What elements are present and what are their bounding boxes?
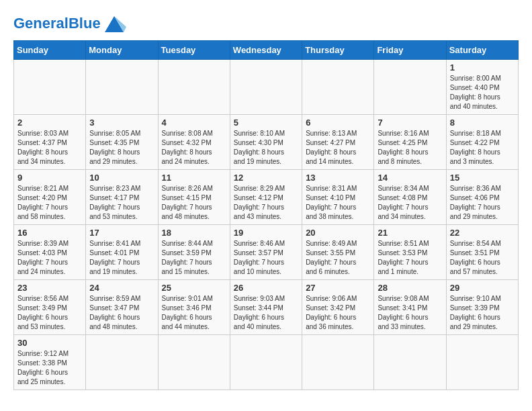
day-number: 20	[306, 228, 370, 238]
day-info: Sunrise: 8:13 AM Sunset: 4:27 PM Dayligh…	[306, 129, 370, 167]
day-info: Sunrise: 9:08 AM Sunset: 3:41 PM Dayligh…	[378, 294, 442, 332]
day-info: Sunrise: 8:26 AM Sunset: 4:15 PM Dayligh…	[162, 184, 226, 222]
logo-text: GeneralBlue	[13, 15, 101, 32]
day-info: Sunrise: 8:44 AM Sunset: 3:59 PM Dayligh…	[162, 239, 226, 277]
day-number: 5	[234, 118, 298, 128]
day-number: 15	[450, 173, 515, 183]
calendar-cell: 12Sunrise: 8:29 AM Sunset: 4:12 PM Dayli…	[230, 170, 302, 225]
day-info: Sunrise: 8:46 AM Sunset: 3:57 PM Dayligh…	[234, 239, 298, 277]
day-info: Sunrise: 8:10 AM Sunset: 4:30 PM Dayligh…	[234, 129, 298, 167]
calendar-cell: 19Sunrise: 8:46 AM Sunset: 3:57 PM Dayli…	[230, 225, 302, 280]
day-number: 6	[306, 118, 370, 128]
day-info: Sunrise: 8:23 AM Sunset: 4:17 PM Dayligh…	[89, 184, 154, 222]
day-number: 24	[89, 283, 154, 293]
day-number: 23	[17, 283, 82, 293]
calendar-cell: 7Sunrise: 8:16 AM Sunset: 4:25 PM Daylig…	[374, 115, 446, 170]
day-info: Sunrise: 8:34 AM Sunset: 4:08 PM Dayligh…	[378, 184, 442, 222]
day-info: Sunrise: 8:54 AM Sunset: 3:51 PM Dayligh…	[450, 239, 515, 277]
day-info: Sunrise: 8:29 AM Sunset: 4:12 PM Dayligh…	[234, 184, 298, 222]
logo: GeneralBlue	[13, 13, 126, 34]
calendar-cell	[230, 60, 302, 115]
day-info: Sunrise: 9:10 AM Sunset: 3:39 PM Dayligh…	[450, 294, 515, 332]
day-number: 7	[378, 118, 442, 128]
week-row-5: 30Sunrise: 9:12 AM Sunset: 3:38 PM Dayli…	[14, 335, 519, 390]
calendar-cell: 13Sunrise: 8:31 AM Sunset: 4:10 PM Dayli…	[302, 170, 374, 225]
calendar-cell: 17Sunrise: 8:41 AM Sunset: 4:01 PM Dayli…	[86, 225, 158, 280]
calendar-cell: 18Sunrise: 8:44 AM Sunset: 3:59 PM Dayli…	[158, 225, 230, 280]
day-info: Sunrise: 8:00 AM Sunset: 4:40 PM Dayligh…	[450, 74, 515, 111]
calendar-cell: 15Sunrise: 8:36 AM Sunset: 4:06 PM Dayli…	[446, 170, 518, 225]
calendar-cell	[446, 335, 518, 390]
calendar-cell	[302, 60, 374, 115]
day-number: 3	[89, 118, 154, 128]
week-row-2: 9Sunrise: 8:21 AM Sunset: 4:20 PM Daylig…	[14, 170, 519, 225]
day-info: Sunrise: 8:39 AM Sunset: 4:03 PM Dayligh…	[17, 239, 82, 277]
day-number: 21	[378, 228, 442, 238]
weekday-header-monday: Monday	[86, 41, 158, 60]
day-number: 4	[162, 118, 226, 128]
day-number: 19	[234, 228, 298, 238]
calendar-cell: 11Sunrise: 8:26 AM Sunset: 4:15 PM Dayli…	[158, 170, 230, 225]
day-number: 29	[450, 283, 515, 293]
calendar-cell: 29Sunrise: 9:10 AM Sunset: 3:39 PM Dayli…	[446, 280, 518, 335]
day-info: Sunrise: 9:01 AM Sunset: 3:46 PM Dayligh…	[162, 294, 226, 332]
calendar-cell	[158, 335, 230, 390]
calendar-cell: 14Sunrise: 8:34 AM Sunset: 4:08 PM Dayli…	[374, 170, 446, 225]
weekday-header-wednesday: Wednesday	[230, 41, 302, 60]
day-number: 16	[17, 228, 82, 238]
calendar-cell: 25Sunrise: 9:01 AM Sunset: 3:46 PM Dayli…	[158, 280, 230, 335]
calendar-cell	[230, 335, 302, 390]
day-number: 14	[378, 173, 442, 183]
day-info: Sunrise: 8:21 AM Sunset: 4:20 PM Dayligh…	[17, 184, 82, 222]
week-row-0: 1Sunrise: 8:00 AM Sunset: 4:40 PM Daylig…	[14, 60, 519, 115]
calendar-cell: 21Sunrise: 8:51 AM Sunset: 3:53 PM Dayli…	[374, 225, 446, 280]
day-info: Sunrise: 8:08 AM Sunset: 4:32 PM Dayligh…	[162, 129, 226, 167]
calendar-cell: 24Sunrise: 8:59 AM Sunset: 3:47 PM Dayli…	[86, 280, 158, 335]
logo-general: General	[13, 15, 69, 32]
logo-icon	[102, 13, 126, 34]
calendar-cell: 30Sunrise: 9:12 AM Sunset: 3:38 PM Dayli…	[14, 335, 86, 390]
day-number: 12	[234, 173, 298, 183]
day-number: 17	[89, 228, 154, 238]
calendar-cell: 10Sunrise: 8:23 AM Sunset: 4:17 PM Dayli…	[86, 170, 158, 225]
day-info: Sunrise: 8:05 AM Sunset: 4:35 PM Dayligh…	[89, 129, 154, 167]
weekday-header-friday: Friday	[374, 41, 446, 60]
calendar-cell: 8Sunrise: 8:18 AM Sunset: 4:22 PM Daylig…	[446, 115, 518, 170]
day-info: Sunrise: 8:36 AM Sunset: 4:06 PM Dayligh…	[450, 184, 515, 222]
calendar-cell: 28Sunrise: 9:08 AM Sunset: 3:41 PM Dayli…	[374, 280, 446, 335]
day-info: Sunrise: 8:03 AM Sunset: 4:37 PM Dayligh…	[17, 129, 82, 167]
calendar-cell: 1Sunrise: 8:00 AM Sunset: 4:40 PM Daylig…	[446, 60, 518, 115]
calendar-cell: 23Sunrise: 8:56 AM Sunset: 3:49 PM Dayli…	[14, 280, 86, 335]
calendar-cell: 16Sunrise: 8:39 AM Sunset: 4:03 PM Dayli…	[14, 225, 86, 280]
day-number: 22	[450, 228, 515, 238]
day-number: 18	[162, 228, 226, 238]
weekday-header-thursday: Thursday	[302, 41, 374, 60]
calendar-cell	[158, 60, 230, 115]
weekday-header-sunday: Sunday	[14, 41, 86, 60]
calendar-cell	[14, 60, 86, 115]
calendar-cell: 22Sunrise: 8:54 AM Sunset: 3:51 PM Dayli…	[446, 225, 518, 280]
day-info: Sunrise: 9:12 AM Sunset: 3:38 PM Dayligh…	[17, 349, 82, 387]
calendar-cell	[302, 335, 374, 390]
weekday-header-tuesday: Tuesday	[158, 41, 230, 60]
logo-blue: Blue	[69, 15, 101, 32]
day-number: 13	[306, 173, 370, 183]
calendar-cell: 9Sunrise: 8:21 AM Sunset: 4:20 PM Daylig…	[14, 170, 86, 225]
calendar-cell: 6Sunrise: 8:13 AM Sunset: 4:27 PM Daylig…	[302, 115, 374, 170]
calendar-cell	[374, 335, 446, 390]
calendar-cell: 3Sunrise: 8:05 AM Sunset: 4:35 PM Daylig…	[86, 115, 158, 170]
day-info: Sunrise: 8:49 AM Sunset: 3:55 PM Dayligh…	[306, 239, 370, 277]
week-row-1: 2Sunrise: 8:03 AM Sunset: 4:37 PM Daylig…	[14, 115, 519, 170]
day-number: 10	[89, 173, 154, 183]
day-number: 1	[450, 62, 515, 73]
day-info: Sunrise: 8:16 AM Sunset: 4:25 PM Dayligh…	[378, 129, 442, 167]
day-number: 9	[17, 173, 82, 183]
calendar: SundayMondayTuesdayWednesdayThursdayFrid…	[13, 40, 519, 390]
day-number: 25	[162, 283, 226, 293]
calendar-cell	[374, 60, 446, 115]
header: GeneralBlue	[13, 13, 519, 34]
day-number: 11	[162, 173, 226, 183]
calendar-cell	[86, 335, 158, 390]
day-number: 8	[450, 118, 515, 128]
day-info: Sunrise: 8:41 AM Sunset: 4:01 PM Dayligh…	[89, 239, 154, 277]
